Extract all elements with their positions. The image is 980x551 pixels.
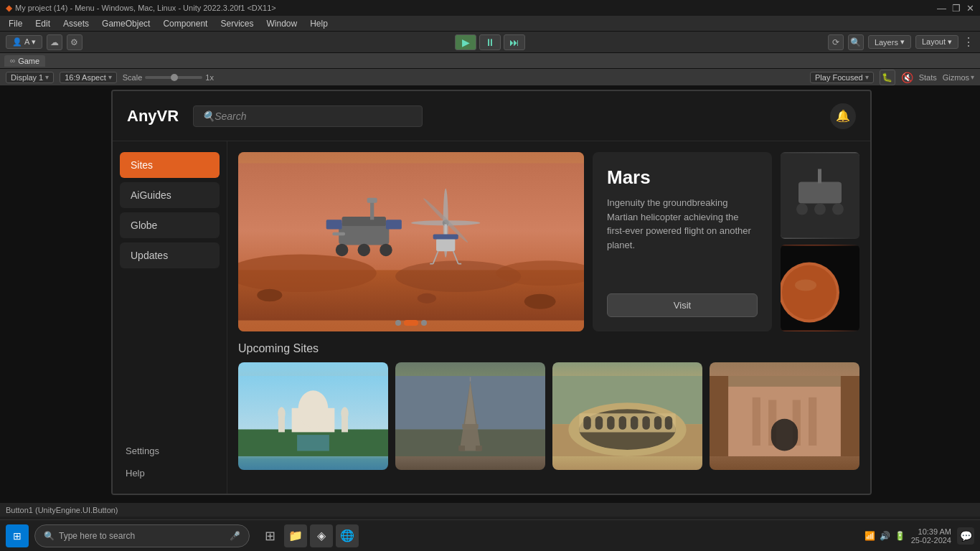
svg-rect-14 xyxy=(367,198,377,203)
search-toolbar-button[interactable]: 🔍 xyxy=(848,34,864,50)
layers-dropdown-icon: ▾ xyxy=(900,37,905,47)
svg-rect-9 xyxy=(342,217,386,226)
sidebar-settings[interactable]: Settings xyxy=(120,441,220,461)
svg-rect-13 xyxy=(370,201,374,220)
colosseum-image xyxy=(552,362,702,470)
svg-rect-53 xyxy=(458,446,465,451)
game-tab-icon: ∞ xyxy=(10,57,15,65)
sidebar-item-globe[interactable]: Globe xyxy=(120,212,220,238)
pause-button[interactable]: ⏸ xyxy=(479,34,501,50)
step-button[interactable]: ⏭ xyxy=(504,34,525,50)
menu-component[interactable]: Component xyxy=(157,17,213,30)
play-button[interactable]: ▶ xyxy=(455,34,476,50)
visit-button[interactable]: Visit xyxy=(607,293,758,317)
anyvr-header: AnyVR 🔍 Search 🔔 xyxy=(113,91,870,141)
taskbar-apps: ⊞ 📁 ◈ 🌐 xyxy=(258,524,359,547)
taskbar-app-fileexplorer[interactable]: 📁 xyxy=(284,524,307,547)
taskbar-mic-icon[interactable]: 🎤 xyxy=(230,531,240,541)
svg-rect-79 xyxy=(841,376,859,456)
menu-assets[interactable]: Assets xyxy=(57,17,95,30)
svg-rect-64 xyxy=(619,416,626,430)
hero-main-image xyxy=(238,152,584,331)
bug-icon-button[interactable]: 🐛 xyxy=(880,70,895,85)
svg-rect-75 xyxy=(809,397,816,446)
gizmos-chevron-icon: ▾ xyxy=(971,73,974,81)
aspect-select[interactable]: 16:9 Aspect ▾ xyxy=(60,72,117,83)
notification-bell-button[interactable]: 🔔 xyxy=(830,103,856,129)
svg-point-12 xyxy=(380,244,392,257)
scale-label: Scale xyxy=(123,73,143,82)
more-button[interactable]: ⋮ xyxy=(963,35,974,49)
upcoming-item-colosseum[interactable] xyxy=(552,362,702,470)
gizmos-button[interactable]: Gizmos ▾ xyxy=(943,73,974,82)
menu-edit[interactable]: Edit xyxy=(29,17,56,30)
start-button[interactable]: ⊞ xyxy=(6,524,29,547)
title-bar-left: ◆ My project (14) - Menu - Windows, Mac,… xyxy=(6,3,276,13)
collab-button[interactable]: ⚙ xyxy=(67,34,83,50)
carousel-dot-active[interactable] xyxy=(404,320,418,326)
toolbar-center: ▶ ⏸ ⏭ xyxy=(455,34,525,50)
tab-bar: ∞ Game xyxy=(0,53,980,69)
upcoming-item-eiffel[interactable] xyxy=(395,362,545,470)
minimize-button[interactable]: — xyxy=(937,3,946,14)
eiffel-image xyxy=(395,362,545,470)
taskbar-system-icons: 📶 🔊 🔋 xyxy=(864,531,905,541)
stats-button[interactable]: Stats xyxy=(919,73,937,82)
window-title: My project (14) - Menu - Windows, Mac, L… xyxy=(15,4,276,12)
layout-label: Layout xyxy=(922,37,946,46)
taskbar-search-bar[interactable]: 🔍 Type here to search 🎤 xyxy=(34,524,250,547)
history-button[interactable]: ⟳ xyxy=(828,34,844,50)
svg-point-37 xyxy=(782,265,837,320)
game-tab[interactable]: ∞ Game xyxy=(4,55,45,67)
upcoming-item-petra[interactable] xyxy=(710,362,859,470)
layers-button[interactable]: Layers ▾ xyxy=(868,35,911,49)
carousel-dot[interactable] xyxy=(421,320,427,326)
mute-button[interactable]: 🔇 xyxy=(901,72,913,83)
maximize-button[interactable]: ❐ xyxy=(952,3,961,14)
menu-services[interactable]: Services xyxy=(215,17,259,30)
search-bar[interactable]: 🔍 Search xyxy=(193,105,423,127)
taskbar-app-chrome[interactable]: 🌐 xyxy=(336,524,359,547)
play-icon: ▶ xyxy=(462,37,470,48)
taskbar-search-placeholder: Type here to search xyxy=(59,531,135,541)
cloud-button[interactable]: ☁ xyxy=(47,34,62,50)
game-viewport: AnyVR 🔍 Search 🔔 Sites AiGuides xyxy=(0,86,980,502)
close-button[interactable]: ✕ xyxy=(966,3,974,14)
bug-icon: 🐛 xyxy=(882,72,892,83)
title-bar-controls[interactable]: — ❐ ✕ xyxy=(937,3,974,14)
account-button[interactable]: 👤 A ▾ xyxy=(6,35,42,49)
thumbnail-mars-planet[interactable] xyxy=(781,245,859,331)
tajmahal-image xyxy=(238,362,388,470)
scale-value: 1x xyxy=(205,73,214,82)
upcoming-item-tajmahal[interactable] xyxy=(238,362,388,470)
svg-rect-68 xyxy=(665,416,672,430)
sidebar-help[interactable]: Help xyxy=(120,463,220,483)
taskbar-app-taskview[interactable]: ⊞ xyxy=(258,524,281,547)
thumbnail-rover[interactable] xyxy=(781,152,859,239)
play-focused-label: Play Focused xyxy=(815,73,863,82)
notification-center-button[interactable]: 💬 xyxy=(957,527,974,545)
step-icon: ⏭ xyxy=(509,37,519,48)
svg-rect-65 xyxy=(631,416,638,430)
carousel-dot[interactable] xyxy=(395,320,401,326)
menu-file[interactable]: File xyxy=(3,17,28,30)
sidebar-item-updates[interactable]: Updates xyxy=(120,242,220,268)
layout-button[interactable]: Layout ▾ xyxy=(915,35,958,49)
display-select[interactable]: Display 1 ▾ xyxy=(6,72,54,83)
sidebar-item-aiguides[interactable]: AiGuides xyxy=(120,182,220,208)
volume-icon: 🔊 xyxy=(880,531,890,541)
wifi-icon: 📶 xyxy=(864,531,875,541)
menu-window[interactable]: Window xyxy=(260,17,303,30)
scale-slider[interactable] xyxy=(145,76,202,79)
search-icon: 🔍 xyxy=(202,110,215,122)
menu-gameobject[interactable]: GameObject xyxy=(96,17,156,30)
svg-rect-8 xyxy=(339,223,389,245)
svg-rect-62 xyxy=(595,416,603,430)
taskbar: ⊞ 🔍 Type here to search 🎤 ⊞ 📁 ◈ 🌐 📶 🔊 🔋 … xyxy=(0,519,980,551)
sidebar-item-sites[interactable]: Sites xyxy=(120,152,220,178)
taskbar-app-unity[interactable]: ◈ xyxy=(310,524,333,547)
play-focused-select[interactable]: Play Focused ▾ xyxy=(810,72,874,83)
carousel-dots xyxy=(395,320,427,326)
svg-rect-52 xyxy=(462,424,478,428)
menu-help[interactable]: Help xyxy=(304,17,334,30)
